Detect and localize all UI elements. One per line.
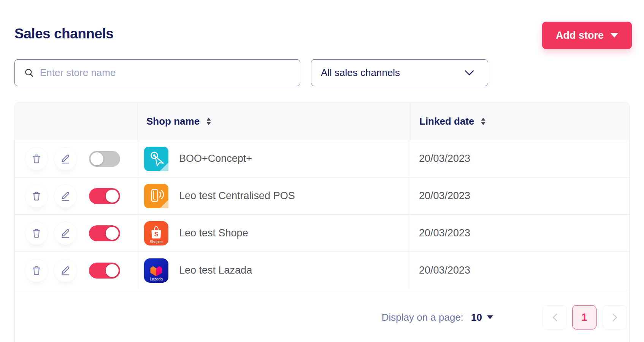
delete-button[interactable] bbox=[25, 184, 48, 208]
edit-button[interactable] bbox=[54, 259, 77, 282]
toggle-knob bbox=[90, 152, 103, 165]
linked-date: 20/03/2023 bbox=[410, 177, 629, 214]
linked-date-column-header[interactable]: Linked date bbox=[410, 103, 629, 140]
store-enabled-toggle[interactable] bbox=[89, 151, 120, 167]
tap-to-click-store-icon bbox=[144, 147, 168, 171]
trash-icon bbox=[31, 191, 42, 201]
chevron-down-icon bbox=[465, 70, 474, 76]
edit-button[interactable] bbox=[54, 184, 77, 208]
linked-date: 20/03/2023 bbox=[410, 252, 629, 289]
linked-date-header-label: Linked date bbox=[419, 116, 474, 127]
shop-name: BOO+Concept+ bbox=[179, 153, 252, 165]
shop-name: Leo test Centralised POS bbox=[179, 190, 295, 202]
toggle-knob bbox=[106, 264, 119, 277]
toggle-knob bbox=[106, 227, 119, 240]
sales-channel-filter[interactable]: All sales channels bbox=[311, 59, 488, 86]
svg-text:S: S bbox=[154, 231, 159, 238]
table-header-row: Shop name Linked date bbox=[15, 103, 629, 140]
pencil-icon bbox=[60, 191, 71, 201]
pencil-icon bbox=[60, 154, 71, 164]
lazada-store-icon: Lazada bbox=[144, 258, 168, 283]
shop-name: Leo test Lazada bbox=[179, 264, 252, 276]
chevron-left-icon bbox=[552, 313, 558, 322]
actions-column-header bbox=[15, 103, 137, 140]
page-number-button[interactable]: 1 bbox=[572, 305, 596, 329]
edit-button[interactable] bbox=[54, 222, 77, 245]
store-enabled-toggle[interactable] bbox=[89, 188, 120, 204]
table-footer: Display on a page: 10 1 bbox=[15, 289, 629, 342]
sort-icon[interactable] bbox=[481, 117, 486, 125]
sales-channels-table: Shop name Linked date bbox=[14, 103, 630, 342]
table-row: Lazada Leo test Lazada 20/03/2023 bbox=[15, 252, 629, 289]
edit-button[interactable] bbox=[54, 147, 77, 171]
chevron-right-icon bbox=[612, 313, 618, 322]
page-size-value: 10 bbox=[471, 312, 482, 323]
svg-text:Lazada: Lazada bbox=[150, 276, 163, 281]
delete-button[interactable] bbox=[25, 222, 48, 245]
sales-channel-filter-value: All sales channels bbox=[321, 67, 400, 79]
shop-name-column-header[interactable]: Shop name bbox=[137, 103, 410, 140]
shop-name: Leo test Shope bbox=[179, 227, 248, 239]
svg-text:Shopee: Shopee bbox=[150, 239, 163, 244]
page-title: Sales channels bbox=[14, 26, 113, 42]
pencil-icon bbox=[60, 228, 71, 239]
store-search-box[interactable] bbox=[14, 59, 300, 86]
delete-button[interactable] bbox=[25, 147, 48, 171]
page-size-select[interactable]: 10 bbox=[471, 312, 493, 323]
display-per-page-label: Display on a page: bbox=[382, 312, 463, 323]
chevron-down-icon bbox=[611, 33, 618, 38]
table-row: Leo test Centralised POS 20/03/2023 bbox=[15, 177, 629, 215]
add-store-button[interactable]: Add store bbox=[542, 22, 632, 49]
pencil-icon bbox=[60, 265, 71, 276]
trash-icon bbox=[31, 228, 42, 239]
store-enabled-toggle[interactable] bbox=[89, 225, 120, 241]
linked-date: 20/03/2023 bbox=[410, 215, 629, 252]
shop-name-header-label: Shop name bbox=[146, 116, 200, 127]
centralised-pos-store-icon bbox=[144, 184, 168, 208]
shopee-store-icon: S Shopee bbox=[144, 221, 168, 245]
toggle-knob bbox=[106, 190, 119, 203]
add-store-label: Add store bbox=[556, 30, 604, 41]
previous-page-button[interactable] bbox=[542, 305, 567, 329]
delete-button[interactable] bbox=[25, 259, 48, 282]
store-enabled-toggle[interactable] bbox=[89, 263, 120, 279]
trash-icon bbox=[31, 265, 42, 276]
search-input[interactable] bbox=[40, 67, 292, 79]
chevron-down-icon bbox=[487, 315, 493, 319]
next-page-button[interactable] bbox=[603, 305, 627, 329]
sort-icon[interactable] bbox=[206, 117, 211, 125]
table-row: BOO+Concept+ 20/03/2023 bbox=[15, 140, 629, 177]
table-row: S Shopee Leo test Shope 20/03/2023 bbox=[15, 215, 629, 252]
linked-date: 20/03/2023 bbox=[410, 140, 629, 177]
trash-icon bbox=[31, 154, 42, 164]
search-icon bbox=[24, 68, 34, 78]
